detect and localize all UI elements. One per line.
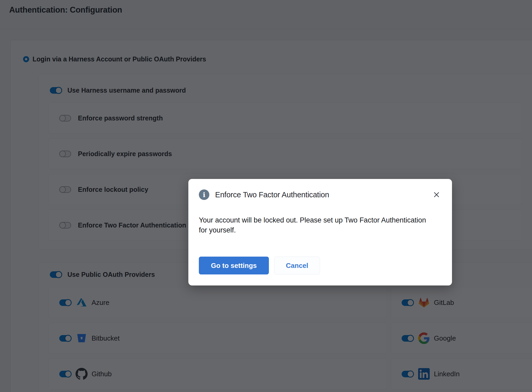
close-icon bbox=[433, 191, 440, 199]
go-to-settings-button[interactable]: Go to settings bbox=[199, 257, 269, 274]
authentication-configuration-page: Authentication: Configuration Login via … bbox=[0, 0, 532, 392]
info-icon: i bbox=[199, 189, 209, 200]
dialog-header: i Enforce Two Factor Authentication bbox=[199, 189, 441, 200]
cancel-button[interactable]: Cancel bbox=[274, 257, 320, 274]
dialog-body-text: Your account will be locked out. Please … bbox=[199, 215, 430, 235]
close-button[interactable] bbox=[432, 190, 441, 200]
two-factor-dialog: i Enforce Two Factor Authentication Your… bbox=[188, 179, 452, 285]
dialog-title: Enforce Two Factor Authentication bbox=[215, 190, 329, 199]
dialog-actions: Go to settings Cancel bbox=[199, 257, 320, 274]
